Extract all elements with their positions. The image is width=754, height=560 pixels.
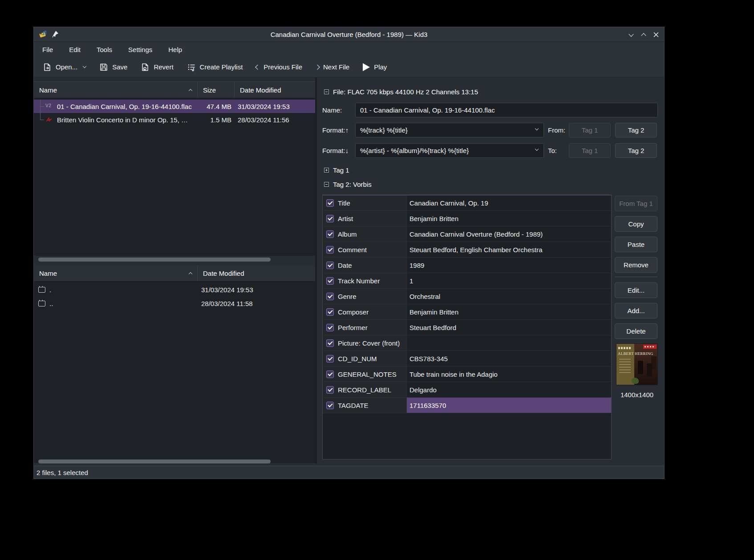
folder-list-hscrollbar[interactable] [38, 459, 271, 463]
close-button[interactable] [651, 29, 661, 40]
menu-settings[interactable]: Settings [126, 44, 155, 55]
folder-row[interactable]: . 31/03/2024 19:53 [34, 283, 315, 297]
create-playlist-button[interactable]: Create Playlist [187, 63, 243, 72]
from-tag1-action-button[interactable]: From Tag 1 [615, 196, 657, 211]
copy-button[interactable]: Copy [615, 216, 657, 232]
create-playlist-label: Create Playlist [200, 63, 243, 71]
field-checkbox[interactable] [326, 246, 334, 254]
field-checkbox[interactable] [326, 386, 334, 394]
tag-field-row[interactable]: Date 1989 [323, 258, 611, 273]
field-checkbox[interactable] [326, 199, 334, 207]
column-header-date[interactable]: Date Modified [235, 82, 315, 98]
collapse-icon[interactable] [324, 182, 329, 187]
album-art-plant [632, 378, 639, 384]
column-header-size[interactable]: Size [198, 82, 235, 98]
tag2-frame-table: Title Canadian Carnival, Op. 19 Artist B… [322, 195, 612, 459]
revert-button[interactable]: Revert [141, 63, 173, 72]
field-checkbox[interactable] [326, 308, 334, 316]
field-checkbox[interactable] [326, 324, 334, 331]
previous-file-button[interactable]: Previous File [256, 63, 302, 71]
column-header-name[interactable]: Name [34, 265, 198, 281]
field-value[interactable] [407, 335, 611, 351]
field-value[interactable]: Steuart Bedford, English Chamber Orchest… [407, 242, 611, 257]
menu-edit[interactable]: Edit [66, 44, 83, 55]
field-checkbox[interactable] [326, 339, 334, 347]
field-value-selected[interactable]: 1711633570 [407, 398, 611, 413]
format-up-combobox[interactable]: %{track} %{title} [355, 123, 544, 137]
file-row-selected[interactable]: V2 01 - Canadian Carnival, Op. 19-16-441… [34, 100, 315, 113]
folder-row[interactable]: .. 28/03/2024 11:58 [34, 297, 315, 310]
field-value[interactable]: Canadian Carnival, Op. 19 [407, 195, 611, 210]
column-header-name[interactable]: Name [34, 82, 198, 98]
open-button[interactable]: Open... [43, 63, 86, 72]
tag-field-row[interactable]: Composer Benjamin Britten [323, 304, 611, 320]
field-value[interactable]: Steuart Bedford [407, 320, 611, 335]
next-file-button[interactable]: Next File [316, 63, 349, 71]
field-label: Composer [338, 308, 369, 316]
field-value[interactable]: Delgardo [407, 382, 611, 397]
delete-button[interactable]: Delete [615, 323, 657, 339]
tag-field-row[interactable]: Picture: Cover (front) [323, 335, 611, 351]
field-value[interactable]: CBS783-345 [407, 351, 611, 366]
menu-file[interactable]: File [40, 44, 56, 55]
field-value[interactable]: Canadian Carnival Overture (Bedford - 19… [407, 226, 611, 242]
status-bar: 2 files, 1 selected [34, 466, 664, 479]
tag-field-row[interactable]: Genre Orchestral [323, 289, 611, 304]
from-tag2-button[interactable]: Tag 2 [615, 123, 657, 137]
play-button[interactable]: Play [363, 63, 387, 71]
panel-splitter[interactable] [315, 77, 317, 463]
minimize-button[interactable] [626, 29, 636, 40]
paste-button[interactable]: Paste [615, 237, 657, 252]
add-button[interactable]: Add... [615, 303, 657, 318]
field-value[interactable]: 1989 [407, 258, 611, 273]
tag-field-row[interactable]: Comment Steuart Bedford, English Chamber… [323, 242, 611, 258]
album-art-thumbnail[interactable]: ALBERT HERRING [616, 343, 658, 385]
field-checkbox[interactable] [326, 402, 334, 409]
open-dropdown-icon[interactable] [83, 64, 86, 68]
tag-field-row[interactable]: Artist Benjamin Britten [323, 211, 611, 226]
column-header-date[interactable]: Date Modified [198, 265, 315, 281]
remove-button[interactable]: Remove [615, 257, 657, 273]
field-value[interactable]: 1 [407, 273, 611, 288]
field-value[interactable]: Orchestral [407, 289, 611, 304]
field-checkbox[interactable] [326, 371, 334, 378]
menu-help[interactable]: Help [166, 44, 185, 55]
field-checkbox[interactable] [326, 215, 334, 222]
field-value[interactable]: Benjamin Britten [407, 304, 611, 319]
collapse-icon[interactable] [324, 89, 329, 94]
sort-ascending-icon [189, 89, 192, 92]
file-row[interactable]: Britten Violin Concerto in D minor Op. 1… [34, 113, 315, 126]
titlebar[interactable]: Canadian Carnival Overture (Bedford - 19… [34, 27, 664, 42]
edit-button[interactable]: Edit... [615, 282, 657, 298]
field-checkbox[interactable] [326, 355, 334, 363]
tag-field-row[interactable]: Track Number 1 [323, 273, 611, 289]
to-tag1-button[interactable]: Tag 1 [569, 143, 611, 158]
folder-icon [38, 301, 45, 306]
field-value[interactable]: Benjamin Britten [407, 211, 611, 226]
save-button[interactable]: Save [99, 63, 127, 72]
expand-icon[interactable] [324, 168, 329, 173]
tag-field-row[interactable]: Album Canadian Carnival Overture (Bedfor… [323, 226, 611, 242]
file-list: Name Size Date Modified V2 01 - Canadian… [34, 81, 315, 256]
tag-field-row[interactable]: Title Canadian Carnival, Op. 19 [323, 195, 611, 211]
field-checkbox[interactable] [326, 277, 334, 285]
filename-input[interactable]: 01 - Canadian Carnival, Op. 19-16-44100.… [355, 103, 658, 117]
to-tag2-button[interactable]: Tag 2 [615, 143, 657, 158]
tag-field-row-selected[interactable]: TAGDATE 1711633570 [323, 398, 611, 413]
menubar: File Edit Tools Settings Help [34, 42, 664, 57]
format-down-combobox[interactable]: %{artist} - %{album}/%{track} %{title} [355, 143, 544, 158]
tag-field-row[interactable]: CD_ID_NUM CBS783-345 [323, 351, 611, 367]
field-value[interactable]: Tube train noise in the Adagio [407, 367, 611, 382]
close-icon [653, 32, 659, 37]
field-label: Artist [338, 215, 353, 222]
tag-field-row[interactable]: GENERAL_NOTES Tube train noise in the Ad… [323, 367, 611, 382]
field-checkbox[interactable] [326, 262, 334, 269]
menu-tools[interactable]: Tools [94, 44, 115, 55]
file-list-hscrollbar[interactable] [38, 258, 271, 262]
tag-field-row[interactable]: RECORD_LABEL Delgardo [323, 382, 611, 398]
field-checkbox[interactable] [326, 293, 334, 300]
tag-field-row[interactable]: Performer Steuart Bedford [323, 320, 611, 335]
maximize-button[interactable] [638, 29, 649, 40]
field-checkbox[interactable] [326, 230, 334, 238]
from-tag1-button[interactable]: Tag 1 [569, 123, 611, 137]
